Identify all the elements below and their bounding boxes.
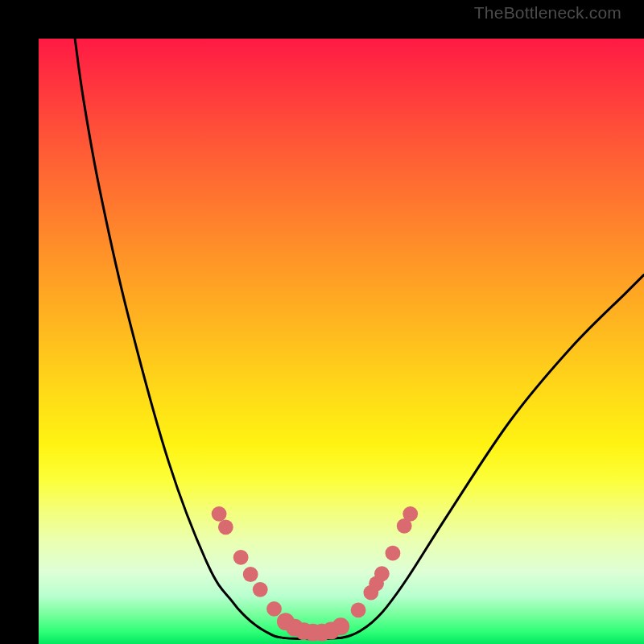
plot-area	[39, 39, 644, 644]
figure-frame	[0, 0, 644, 644]
marker-point	[266, 601, 282, 617]
marker-point	[253, 582, 268, 597]
curve-right-curve	[341, 275, 644, 638]
marker-point	[374, 566, 390, 581]
marker-point	[332, 617, 349, 635]
marker-point	[386, 546, 401, 561]
marker-point	[218, 519, 233, 535]
marker-point	[212, 506, 227, 522]
marker-point	[243, 567, 258, 582]
bottleneck-curve	[39, 39, 644, 644]
marker-point	[351, 602, 366, 617]
marker-point	[402, 506, 418, 522]
watermark-text: TheBottleneck.com	[474, 3, 621, 23]
curve-group	[75, 39, 644, 639]
marker-point	[233, 550, 249, 565]
markers-group	[212, 506, 418, 642]
curve-left-curve	[75, 39, 283, 638]
